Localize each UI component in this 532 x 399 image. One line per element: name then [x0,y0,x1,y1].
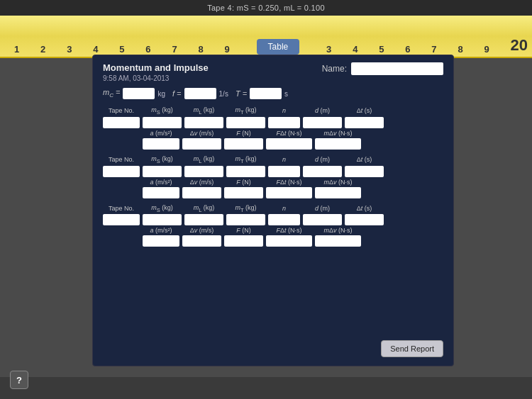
section2-row2-fields [103,187,443,198]
lbl-dt3: Δt (s) [345,205,384,212]
lbl-Fdt2: FΔt (N·s) [266,179,312,186]
send-report-button[interactable]: Send Report [381,340,443,357]
tape3-dt[interactable] [345,214,384,225]
tape3-Fdt[interactable] [266,235,312,247]
mc-label: mC = [103,88,120,99]
section1-row2-fields [103,138,443,150]
lbl-F1: F (N) [224,130,263,137]
tape1-ms[interactable] [143,117,182,128]
ruler-num-7: 7 [172,44,177,55]
lbl-F2: F (N) [224,179,263,186]
lbl-ml3: mL (kg) [184,204,223,213]
tape1-no[interactable] [103,117,140,128]
lbl-ms2: mS (kg) [143,155,182,164]
lbl-a2: a (m/s²) [143,179,179,186]
lbl-ml1: mL (kg) [184,106,223,116]
lbl-mdv3: mΔv (N·s) [315,227,361,234]
tape-section-1: Tape No. mS (kg) mL (kg) mT (kg) n d (m)… [103,106,443,150]
lbl-Fdt1: FΔt (N·s) [266,130,312,137]
lbl-tape1: Tape No. [103,107,140,114]
tape3-ms[interactable] [143,214,182,225]
tape3-n[interactable] [268,214,300,225]
lbl-F3: F (N) [224,227,263,234]
tape2-a[interactable] [143,187,179,198]
ruler-area: 1 2 3 4 5 6 7 8 9 Table 3 4 5 6 7 8 9 20… [0,16,532,377]
help-button[interactable]: ? [10,371,28,389]
tape2-d[interactable] [303,166,342,177]
lbl-d3: d (m) [303,205,342,212]
lbl-dv2: Δv (m/s) [182,179,221,186]
ruler-num-5: 5 [119,44,124,55]
top-bar: Tape 4: mS = 0.250, mL = 0.100 [0,0,532,16]
lbl-dt1: Δt (s) [345,107,384,114]
ruler-num-5b: 5 [379,44,384,55]
mc-input[interactable] [123,88,155,99]
T-unit: s [284,90,288,98]
tape1-Fdt[interactable] [266,138,312,150]
tape2-F[interactable] [224,187,263,198]
tape2-dv[interactable] [182,187,221,198]
lbl-tape2: Tape No. [103,156,140,163]
tape2-ms[interactable] [143,166,182,177]
lbl-mdv1: mΔv (N·s) [315,130,361,137]
T-label: T = [235,89,247,98]
ruler-num-3: 3 [67,44,72,55]
f-group: f = 1/s [172,88,228,99]
tape2-Fdt[interactable] [266,187,312,198]
section3-row2-labels: a (m/s²) Δv (m/s) F (N) FΔt (N·s) mΔv (N… [103,227,443,234]
section3-row2-fields [103,235,443,247]
tape3-mt[interactable] [226,214,265,225]
f-input[interactable] [184,88,216,99]
section3-row1-labels: Tape No. mS (kg) mL (kg) mT (kg) n d (m)… [103,204,443,213]
ruler-num-7b: 7 [431,44,436,55]
tape3-mdv[interactable] [315,235,361,247]
tape1-a[interactable] [143,138,179,150]
ruler-num-8: 8 [198,44,203,55]
tape3-no[interactable] [103,214,140,225]
tape3-dv[interactable] [182,235,221,247]
tape1-ml[interactable] [184,117,223,128]
lbl-Fdt3: FΔt (N·s) [266,227,312,234]
tape3-ml[interactable] [184,214,223,225]
ruler-num-8b: 8 [458,44,462,55]
tape2-no[interactable] [103,166,140,177]
ruler-num-4b: 4 [353,44,358,55]
section2-row1-fields [103,166,443,177]
tape1-n[interactable] [268,117,300,128]
table-button[interactable]: Table [257,39,300,55]
lbl-dv3: Δv (m/s) [182,227,221,234]
panel-title-group: Momentum and Impulse 9:58 AM, 03-04-2013 [103,62,209,82]
tape2-n[interactable] [268,166,300,177]
tape3-a[interactable] [143,235,179,247]
tape1-d[interactable] [303,117,342,128]
section1-row2-labels: a (m/s²) Δv (m/s) F (N) FΔt (N·s) mΔv (N… [103,130,443,137]
tape1-mt[interactable] [226,117,265,128]
panel-date: 9:58 AM, 03-04-2013 [103,74,209,82]
tape1-dt[interactable] [345,117,384,128]
tape2-mdv[interactable] [315,187,361,198]
tape1-mdv[interactable] [315,138,361,150]
tape2-dt[interactable] [345,166,384,177]
tape2-mt[interactable] [226,166,265,177]
tape1-dv[interactable] [182,138,221,150]
lbl-ms3: mS (kg) [143,204,182,213]
lbl-d1: d (m) [303,107,342,114]
section2-row2-labels: a (m/s²) Δv (m/s) F (N) FΔt (N·s) mΔv (N… [103,179,443,186]
f-label: f = [172,89,182,98]
lbl-mt1: mT (kg) [226,106,265,116]
lbl-mt2: mT (kg) [226,155,265,164]
section1-row1-fields [103,117,443,128]
tape3-d[interactable] [303,214,342,225]
section2-row1-labels: Tape No. mS (kg) mL (kg) mT (kg) n d (m)… [103,155,443,164]
tape1-F[interactable] [224,138,263,150]
lbl-n2: n [268,156,300,163]
name-input[interactable] [351,62,443,75]
name-label: Name: [322,64,347,74]
tape2-ml[interactable] [184,166,223,177]
ruler-num-2: 2 [40,44,45,55]
tape3-F[interactable] [224,235,263,247]
T-input[interactable] [250,88,282,99]
section3-row1-fields [103,214,443,225]
section1-row1-labels: Tape No. mS (kg) mL (kg) mT (kg) n d (m)… [103,106,443,116]
mc-unit: kg [157,90,165,98]
